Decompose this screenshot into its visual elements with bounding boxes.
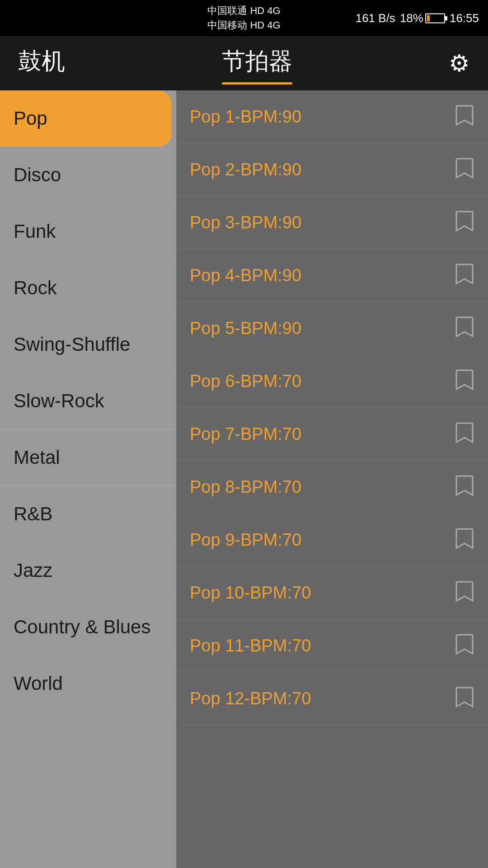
track-name-11: Pop 11-BPM:70: [190, 636, 311, 656]
track-name-10: Pop 10-BPM:70: [190, 583, 311, 603]
track-name-9: Pop 9-BPM:70: [190, 530, 301, 550]
bookmark-icon-1[interactable]: [455, 104, 474, 129]
genre-item-pop[interactable]: Pop: [0, 90, 172, 147]
bookmark-icon-9[interactable]: [455, 527, 474, 552]
track-item-2[interactable]: Pop 2-BPM:90: [176, 143, 488, 196]
genre-item-funk[interactable]: Funk: [0, 203, 176, 260]
genre-item-world[interactable]: World: [0, 656, 176, 712]
track-name-5: Pop 5-BPM:90: [190, 319, 301, 338]
bookmark-icon-12[interactable]: [455, 686, 474, 711]
bookmark-icon-5[interactable]: [455, 316, 474, 341]
settings-icon[interactable]: ⚙: [449, 50, 470, 77]
genre-item-metal[interactable]: Metal: [0, 429, 176, 486]
time-display: 16:55: [450, 11, 479, 25]
header: 鼓机 节拍器 ⚙: [0, 36, 488, 90]
bookmark-icon-6[interactable]: [455, 368, 474, 394]
track-name-8: Pop 8-BPM:70: [190, 477, 301, 497]
track-item-8[interactable]: Pop 8-BPM:70: [176, 461, 488, 514]
track-item-10[interactable]: Pop 10-BPM:70: [176, 566, 488, 619]
genre-item-swing-shuffle[interactable]: Swing-Shuffle: [0, 316, 176, 373]
carrier-info: 中国联通 HD 4G 中国移动 HD 4G: [207, 4, 280, 32]
bookmark-icon-4[interactable]: [455, 263, 474, 288]
genre-item-jazz[interactable]: Jazz: [0, 542, 176, 599]
genre-item-rock[interactable]: Rock: [0, 260, 176, 316]
battery-icon: [425, 13, 445, 23]
track-name-7: Pop 7-BPM:70: [190, 425, 301, 444]
bookmark-icon-2[interactable]: [455, 157, 474, 182]
genre-item-disco[interactable]: Disco: [0, 147, 176, 203]
carrier-2: 中国移动 HD 4G: [207, 19, 280, 32]
bookmark-icon-7[interactable]: [455, 421, 474, 447]
bookmark-icon-3[interactable]: [455, 210, 474, 235]
track-item-5[interactable]: Pop 5-BPM:90: [176, 302, 488, 355]
signal-strength: 161 B/s: [356, 11, 395, 25]
track-item-1[interactable]: Pop 1-BPM:90: [176, 90, 488, 143]
tab-metronome[interactable]: 节拍器: [222, 46, 292, 81]
genre-item-slow-rock[interactable]: Slow-Rock: [0, 373, 176, 429]
bookmark-icon-11[interactable]: [455, 633, 474, 658]
track-item-7[interactable]: Pop 7-BPM:70: [176, 408, 488, 461]
track-name-12: Pop 12-BPM:70: [190, 689, 311, 708]
track-name-3: Pop 3-BPM:90: [190, 213, 301, 232]
genre-item-rnb[interactable]: R&B: [0, 486, 176, 542]
track-name-1: Pop 1-BPM:90: [190, 107, 301, 127]
track-item-3[interactable]: Pop 3-BPM:90: [176, 196, 488, 249]
status-bar: 中国联通 HD 4G 中国移动 HD 4G 161 B/s 18% 16:55: [0, 0, 488, 36]
bookmark-icon-10[interactable]: [455, 580, 474, 605]
genre-item-country-blues[interactable]: Country & Blues: [0, 599, 176, 656]
carrier-1: 中国联通 HD 4G: [207, 4, 280, 18]
main-content: PopDiscoFunkRockSwing-ShuffleSlow-RockMe…: [0, 90, 488, 868]
track-name-6: Pop 6-BPM:70: [190, 372, 301, 391]
tab-drum-machine[interactable]: 鼓机: [18, 46, 65, 81]
track-item-11[interactable]: Pop 11-BPM:70: [176, 619, 488, 672]
battery-fill: [427, 15, 430, 21]
track-name-2: Pop 2-BPM:90: [190, 160, 301, 179]
genre-list: PopDiscoFunkRockSwing-ShuffleSlow-RockMe…: [0, 90, 176, 868]
track-item-4[interactable]: Pop 4-BPM:90: [176, 249, 488, 302]
track-item-9[interactable]: Pop 9-BPM:70: [176, 514, 488, 566]
battery-indicator: 18%: [400, 11, 445, 25]
track-name-4: Pop 4-BPM:90: [190, 266, 301, 285]
status-right: 161 B/s 18% 16:55: [356, 11, 479, 25]
track-list: Pop 1-BPM:90 Pop 2-BPM:90 Pop 3-BPM:90 P…: [176, 90, 488, 868]
battery-percent: 18%: [400, 11, 423, 25]
bookmark-icon-8[interactable]: [455, 474, 474, 500]
track-item-6[interactable]: Pop 6-BPM:70: [176, 355, 488, 408]
track-item-12[interactable]: Pop 12-BPM:70: [176, 672, 488, 725]
